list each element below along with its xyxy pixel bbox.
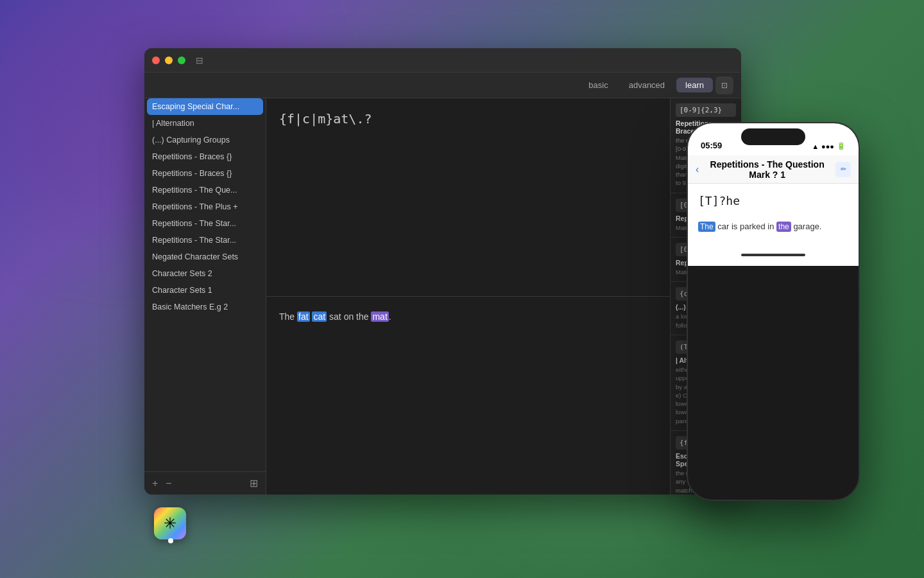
center-panel: {f|c|m}at\.? The fat cat sat on the mat.: [266, 98, 671, 495]
tab-advanced[interactable]: advanced: [620, 78, 674, 92]
grid-view-button[interactable]: ⊞: [250, 477, 258, 489]
app-header: basic advanced learn ⊡: [144, 73, 741, 98]
learn-card-0-regex: [0-9]{2,3}: [676, 103, 736, 117]
match-mat: mat: [371, 311, 388, 322]
close-button[interactable]: [152, 57, 160, 64]
traffic-lights: [152, 57, 185, 64]
edit-icon: ✏: [841, 165, 846, 173]
wifi-icon: ▲: [812, 143, 819, 150]
phone-content: [T]?he The car is parked in the garage.: [688, 184, 859, 244]
sidebar-item-escaping[interactable]: Escaping Special Char...: [147, 98, 263, 115]
test-text-middle: sat on the: [327, 311, 371, 322]
main-content: Escaping Special Char... | Alternation (…: [144, 98, 741, 495]
sidebar-item-charsets-2[interactable]: Character Sets 2: [144, 265, 266, 282]
phone-time: 05:59: [701, 141, 722, 150]
phone-screen-title: Repetitions - The Question Mark ? 1: [704, 159, 830, 180]
remove-item-button[interactable]: −: [166, 478, 171, 489]
editor-area[interactable]: {f|c|m}at\.?: [266, 98, 670, 297]
home-bar: [741, 254, 805, 256]
phone-regex: [T]?he: [698, 194, 848, 207]
maximize-button[interactable]: [178, 57, 185, 64]
phone-nav-bar: ‹ Repetitions - The Question Mark ? 1 ✏: [688, 155, 859, 184]
phone-home-indicator[interactable]: [688, 244, 859, 266]
app-icon-dot: [168, 538, 173, 543]
sidebar-item-rep-star-2[interactable]: Repetitions - The Star...: [144, 232, 266, 249]
sidebar-item-rep-star-1[interactable]: Repetitions - The Star...: [144, 215, 266, 232]
phone-text-after: garage.: [793, 222, 821, 231]
test-text-before: The: [279, 311, 297, 322]
phone-status-icons: ▲ ●●● 🔋: [812, 142, 846, 150]
phone-text-middle: car is parked in: [717, 222, 776, 231]
tab-basic[interactable]: basic: [579, 78, 617, 92]
test-text-after: .: [389, 311, 391, 322]
sidebar-item-rep-que[interactable]: Repetitions - The Que...: [144, 182, 266, 198]
phone-notch: [741, 128, 805, 145]
regex-display: {f|c|m}at\.?: [279, 111, 372, 127]
phone-status-bar: 05:59 ▲ ●●● 🔋: [688, 123, 859, 155]
phone-text-area: The car is parked in the garage.: [698, 220, 848, 234]
sidebar-item-rep-braces-1[interactable]: Repetitions - Braces {}: [144, 148, 266, 165]
phone-overlay: 05:59 ▲ ●●● 🔋 ‹ Repetitions - The Questi…: [687, 122, 860, 501]
sidebar-item-rep-plus[interactable]: Repetitions - The Plus +: [144, 198, 266, 215]
sidebar-footer: + − ⊞: [144, 471, 266, 495]
battery-icon: 🔋: [837, 142, 846, 150]
phone-back-button[interactable]: ‹: [696, 164, 699, 175]
text-area[interactable]: The fat cat sat on the mat.: [266, 297, 670, 495]
app-dock-icon[interactable]: ✳: [154, 507, 186, 539]
sidebar-toggle-icon[interactable]: ⊟: [196, 55, 203, 66]
signal-icon: ●●●: [821, 143, 834, 150]
phone-edit-button[interactable]: ✏: [835, 162, 851, 177]
sidebar-item-rep-braces-2[interactable]: Repetitions - Braces {}: [144, 165, 266, 182]
app-window: ⊟ basic advanced learn ⊡ Escaping Specia…: [144, 48, 741, 495]
match-cat: cat: [312, 311, 327, 322]
phone-match-2: the: [776, 222, 791, 232]
display-icon[interactable]: ⊡: [715, 76, 733, 94]
add-item-button[interactable]: +: [152, 478, 158, 489]
minimize-button[interactable]: [165, 57, 173, 64]
sidebar-item-negated[interactable]: Negated Character Sets: [144, 249, 266, 265]
tab-learn[interactable]: learn: [676, 78, 713, 92]
sidebar-item-alternation[interactable]: | Alternation: [144, 115, 266, 132]
sidebar-item-capturing-groups[interactable]: (...) Capturing Groups: [144, 132, 266, 148]
phone-match-1: The: [698, 222, 715, 232]
sidebar-item-charsets-1[interactable]: Character Sets 1: [144, 282, 266, 299]
chevron-left-icon: ‹: [696, 164, 699, 175]
title-bar: ⊟: [144, 48, 741, 73]
sidebar: Escaping Special Char... | Alternation (…: [144, 98, 266, 495]
app-icon-glyph: ✳: [164, 514, 176, 532]
match-fat: fat: [297, 311, 310, 322]
sidebar-item-basic-matchers[interactable]: Basic Matchers E.g 2: [144, 299, 266, 315]
